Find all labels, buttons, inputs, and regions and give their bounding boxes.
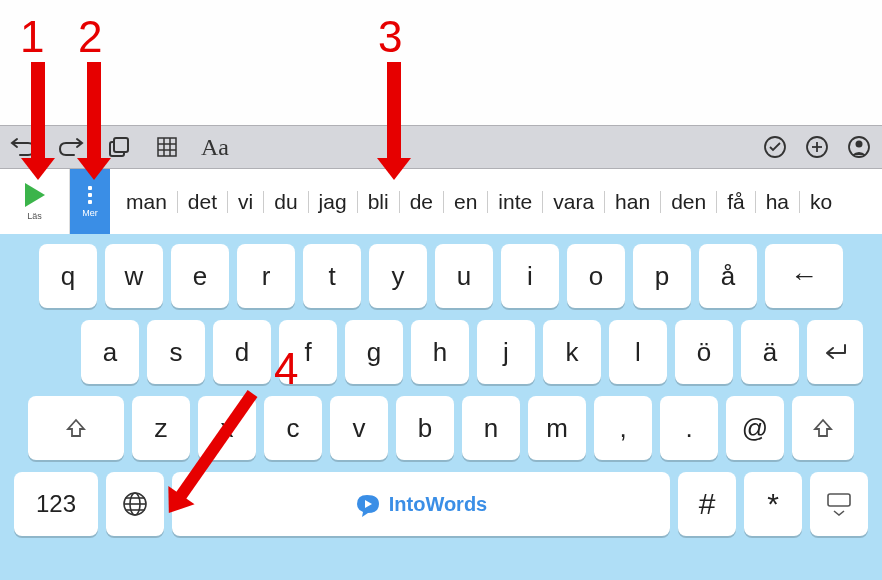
svg-rect-2: [158, 138, 176, 156]
key-v[interactable]: v: [330, 396, 388, 460]
key-w[interactable]: w: [105, 244, 163, 308]
undo-icon[interactable]: [8, 132, 38, 162]
prediction-word[interactable]: bli: [358, 191, 400, 213]
prediction-bar: Läs Mer man det vi du jag bli de en inte…: [0, 169, 882, 234]
prediction-word[interactable]: man: [116, 191, 178, 213]
key-c[interactable]: c: [264, 396, 322, 460]
prediction-word[interactable]: den: [661, 191, 717, 213]
key-a[interactable]: a: [81, 320, 139, 384]
key-o[interactable]: o: [567, 244, 625, 308]
table-icon[interactable]: [152, 132, 182, 162]
prediction-word[interactable]: det: [178, 191, 228, 213]
key-g[interactable]: g: [345, 320, 403, 384]
toolbar: Aa: [0, 125, 882, 169]
key-j[interactable]: j: [477, 320, 535, 384]
text-area[interactable]: [0, 0, 882, 125]
prediction-word[interactable]: de: [400, 191, 444, 213]
prediction-word[interactable]: inte: [488, 191, 543, 213]
predictions-list: man det vi du jag bli de en inte vara ha…: [110, 169, 882, 234]
key-period[interactable]: .: [660, 396, 718, 460]
keyboard: q w e r t y u i o p å ← a s d f g h j k …: [0, 234, 882, 580]
globe-icon: [121, 490, 149, 518]
intowords-logo-icon: [355, 491, 381, 517]
key-odia[interactable]: ö: [675, 320, 733, 384]
key-k[interactable]: k: [543, 320, 601, 384]
key-numeric[interactable]: 123: [14, 472, 98, 536]
play-icon: [25, 183, 45, 207]
redo-icon[interactable]: [56, 132, 86, 162]
check-circle-icon[interactable]: [760, 132, 790, 162]
svg-rect-1: [114, 138, 128, 152]
key-shift-right[interactable]: [792, 396, 854, 460]
key-d[interactable]: d: [213, 320, 271, 384]
prediction-word[interactable]: han: [605, 191, 661, 213]
dismiss-keyboard-icon: [824, 492, 854, 516]
prediction-word[interactable]: ha: [756, 191, 800, 213]
key-i[interactable]: i: [501, 244, 559, 308]
svg-point-12: [856, 141, 863, 148]
key-shift-left[interactable]: [28, 396, 124, 460]
layers-icon[interactable]: [104, 132, 134, 162]
key-u[interactable]: u: [435, 244, 493, 308]
font-icon[interactable]: Aa: [200, 132, 230, 162]
plus-circle-icon[interactable]: [802, 132, 832, 162]
key-r[interactable]: r: [237, 244, 295, 308]
read-button[interactable]: Läs: [0, 169, 70, 234]
key-space[interactable]: IntoWords: [172, 472, 670, 536]
key-l[interactable]: l: [609, 320, 667, 384]
key-m[interactable]: m: [528, 396, 586, 460]
person-circle-icon[interactable]: [844, 132, 874, 162]
key-x[interactable]: x: [198, 396, 256, 460]
backspace-icon: ←: [790, 260, 818, 292]
key-t[interactable]: t: [303, 244, 361, 308]
key-dismiss[interactable]: [810, 472, 868, 536]
key-z[interactable]: z: [132, 396, 190, 460]
key-b[interactable]: b: [396, 396, 454, 460]
key-star[interactable]: *: [744, 472, 802, 536]
read-button-label: Läs: [27, 211, 42, 221]
key-y[interactable]: y: [369, 244, 427, 308]
prediction-word[interactable]: vi: [228, 191, 264, 213]
prediction-word[interactable]: få: [717, 191, 756, 213]
shift-icon: [65, 417, 87, 439]
key-globe[interactable]: [106, 472, 164, 536]
key-q[interactable]: q: [39, 244, 97, 308]
key-backspace[interactable]: ←: [765, 244, 843, 308]
key-aring[interactable]: å: [699, 244, 757, 308]
key-n[interactable]: n: [462, 396, 520, 460]
key-p[interactable]: p: [633, 244, 691, 308]
key-e[interactable]: e: [171, 244, 229, 308]
enter-icon: [821, 342, 849, 362]
prediction-word[interactable]: du: [264, 191, 308, 213]
key-h[interactable]: h: [411, 320, 469, 384]
space-brand: IntoWords: [355, 491, 488, 517]
prediction-word[interactable]: vara: [543, 191, 605, 213]
key-comma[interactable]: ,: [594, 396, 652, 460]
key-adia[interactable]: ä: [741, 320, 799, 384]
prediction-word[interactable]: jag: [309, 191, 358, 213]
key-f[interactable]: f: [279, 320, 337, 384]
key-s[interactable]: s: [147, 320, 205, 384]
more-dots-icon: [88, 186, 92, 204]
key-at[interactable]: @: [726, 396, 784, 460]
prediction-word[interactable]: en: [444, 191, 488, 213]
key-hash[interactable]: #: [678, 472, 736, 536]
prediction-word[interactable]: ko: [800, 191, 842, 213]
svg-rect-18: [828, 494, 850, 506]
key-enter[interactable]: [807, 320, 863, 384]
more-button-label: Mer: [82, 208, 98, 218]
shift-icon: [812, 417, 834, 439]
more-button[interactable]: Mer: [70, 169, 110, 234]
